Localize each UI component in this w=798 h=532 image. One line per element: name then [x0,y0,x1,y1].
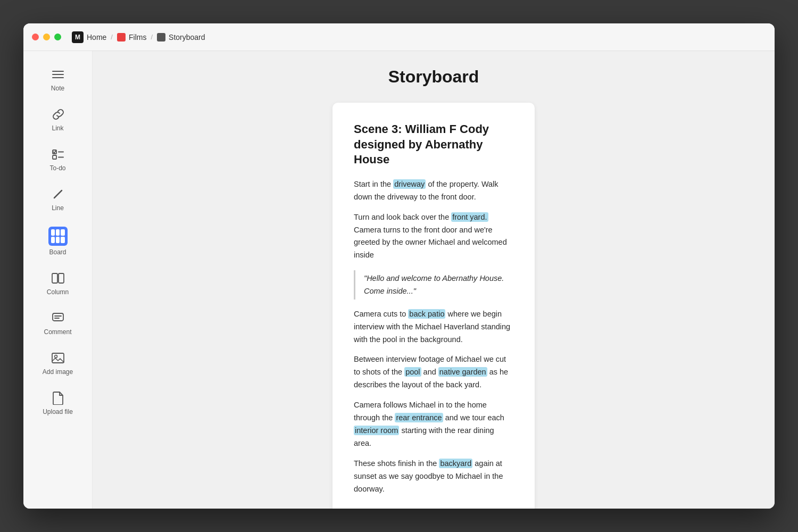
sidebar-item-uploadfile[interactable]: Upload file [34,385,82,421]
svg-rect-5 [53,155,56,159]
highlight-pool: pool [404,367,421,377]
link-icon [51,107,65,122]
sidebar-todo-label: To-do [49,164,65,172]
document-card: Scene 3: William F Cody designed by Aber… [332,103,535,509]
titlebar: M Home / Films / Storyboard [23,23,775,51]
svg-rect-10 [53,313,63,321]
sidebar-column-label: Column [47,288,69,296]
svg-line-7 [54,190,62,198]
board-icon [48,227,68,246]
svg-rect-13 [52,353,64,363]
breadcrumb-storyboard-label: Storyboard [169,33,205,41]
highlight-backyard: backyard [439,459,472,468]
addimage-icon [51,351,65,365]
paragraph-2: Turn and look back over the front yard. … [354,211,513,262]
note-icon [51,67,65,82]
notion-icon: M [72,31,84,43]
line-icon [51,187,65,202]
sidebar-comment-label: Comment [44,328,71,336]
page-title: Storyboard [114,62,753,87]
sidebar-item-link[interactable]: Link [34,102,82,137]
minimize-button[interactable] [43,34,50,40]
traffic-lights [32,34,61,40]
highlight-interior-room: interior room [354,426,399,435]
highlight-back-patio: back patio [408,309,445,319]
svg-rect-9 [59,273,64,283]
sidebar-item-column[interactable]: Column [34,265,82,301]
sidebar-item-note[interactable]: Note [34,62,82,97]
breadcrumb-home-label: Home [87,33,106,41]
uploadfile-icon [51,390,65,405]
column-icon [51,271,65,286]
highlight-native-garden: native garden [438,367,487,377]
breadcrumb-storyboard[interactable]: Storyboard [157,33,205,41]
paragraph-1: Start in the driveway of the property. W… [354,178,513,204]
close-button[interactable] [32,34,39,40]
sidebar-item-addimage[interactable]: Add image [34,345,82,381]
sidebar-item-comment[interactable]: Comment [34,305,82,341]
sidebar-addimage-label: Add image [43,368,73,376]
breadcrumb-films[interactable]: Films [117,33,146,41]
highlight-front-yard: front yard. [451,212,488,222]
sidebar-item-board[interactable]: Board [34,221,82,261]
storyboard-icon [157,33,165,41]
svg-rect-8 [52,273,57,283]
content-area: Note Link [23,51,775,509]
paragraph-6: These shots finish in the backyard again… [354,458,513,496]
paragraph-4: Between interview footage of Michael we … [354,353,513,392]
scene-title: Scene 3: William F Cody designed by Aber… [354,122,513,168]
sidebar-item-todo[interactable]: To-do [34,142,82,177]
page-content: Storyboard Scene 3: William F Cody desig… [93,51,775,509]
sidebar-uploadfile-label: Upload file [43,408,73,415]
breadcrumb-home[interactable]: M Home [72,31,106,43]
highlight-rear-entrance: rear entrance [395,413,443,422]
sidebar-note-label: Note [51,85,64,92]
svg-point-14 [54,355,57,358]
app-window: M Home / Films / Storyboard [23,23,775,509]
highlight-driveway: driveway [393,179,426,189]
sidebar: Note Link [23,51,93,509]
todo-icon [51,147,65,162]
films-icon [117,33,126,41]
paragraph-3: Camera cuts to back patio where we begin… [354,308,513,346]
comment-icon [51,311,65,326]
sidebar-board-label: Board [49,248,66,256]
blockquote-text: "Hello and welcome to Abernathy House. C… [364,272,513,297]
breadcrumb: M Home / Films / Storyboard [72,31,205,43]
sidebar-line-label: Line [52,204,64,212]
sidebar-item-line[interactable]: Line [34,181,82,217]
paragraph-5: Camera follows Michael in to the home th… [354,399,513,450]
breadcrumb-sep-1: / [111,33,113,41]
breadcrumb-films-label: Films [129,33,146,41]
blockquote: "Hello and welcome to Abernathy House. C… [354,270,513,299]
maximize-button[interactable] [54,34,61,40]
sidebar-link-label: Link [52,124,63,132]
breadcrumb-sep-2: / [151,33,153,41]
